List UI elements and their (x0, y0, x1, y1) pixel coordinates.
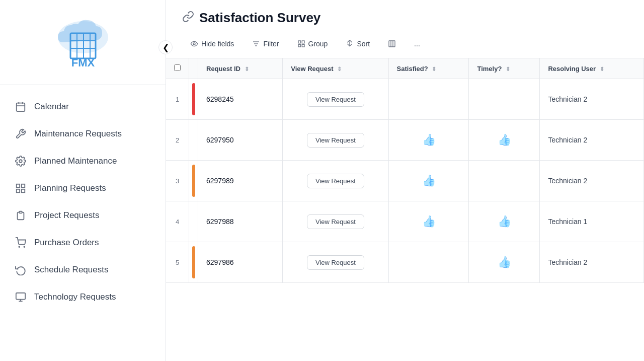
svg-point-23 (193, 43, 195, 45)
resolving-user-value: Technician 2 (548, 177, 587, 185)
satisfied-cell: 👍 (388, 201, 469, 242)
sidebar-item-purchase-orders[interactable]: Purchase Orders (0, 229, 166, 256)
satisfied-thumbs-up: 👍 (422, 215, 436, 228)
refresh-icon (14, 263, 27, 276)
row-checkbox-cell: 1 (166, 79, 189, 120)
sidebar-item-label: Planned Maintenance (34, 156, 117, 166)
row-checkbox-cell: 3 (166, 161, 189, 201)
page-title: Satisfaction Survey (199, 10, 320, 26)
color-bar-cell (189, 201, 198, 242)
hide-fields-button[interactable]: Hide fields (182, 36, 242, 52)
grid-icon (14, 182, 27, 195)
request-id-cell: 6298245 (198, 79, 283, 120)
resolving-user-cell: Technician 2 (540, 242, 644, 283)
svg-rect-28 (302, 41, 304, 43)
resolving-user-value: Technician 2 (548, 258, 587, 266)
timely-header[interactable]: Timely? ⇕ (469, 58, 540, 79)
wrench-icon (14, 127, 27, 140)
sidebar-item-planned-maintenance[interactable]: Planned Maintenance (0, 148, 166, 175)
resolving-user-cell: Technician 1 (540, 201, 644, 242)
table-row: 16298245View RequestTechnician 2 (166, 79, 644, 120)
resolving-user-value: Technician 2 (548, 95, 587, 103)
sidebar-item-label: Calendar (34, 102, 69, 112)
svg-rect-20 (16, 293, 25, 300)
logo-area: FMX (0, 0, 166, 85)
view-request-button[interactable]: View Request (307, 174, 364, 188)
view-request-cell: View Request (283, 79, 388, 120)
hide-fields-label: Hide fields (201, 40, 234, 48)
svg-point-19 (24, 246, 25, 247)
cart-icon (14, 236, 27, 249)
request-id-cell: 6297986 (198, 242, 283, 283)
sidebar: FMX ❮ Calendar Maintenance Requests Plan… (0, 0, 166, 361)
resolving-user-cell: Technician 2 (540, 120, 644, 161)
sidebar-item-planning-requests[interactable]: Planning Requests (0, 175, 166, 202)
svg-point-12 (19, 160, 22, 163)
svg-rect-29 (302, 44, 304, 47)
svg-rect-8 (17, 103, 25, 112)
view-request-cell: View Request (283, 161, 388, 201)
table-row: 46297988View Request👍👍Technician 1 (166, 201, 644, 242)
row-number: 5 (176, 259, 179, 266)
page-title-icon (182, 11, 194, 26)
timely-cell (469, 79, 540, 120)
satisfied-header[interactable]: Satisfied? ⇕ (388, 58, 469, 79)
timely-sort-icon: ⇕ (506, 66, 510, 73)
gear-icon (14, 155, 27, 168)
sidebar-collapse-button[interactable]: ❮ (158, 40, 173, 54)
columns-button[interactable] (380, 36, 404, 52)
request-id-cell: 6297950 (198, 120, 283, 161)
priority-color-bar (192, 246, 195, 278)
view-request-button[interactable]: View Request (307, 92, 364, 107)
priority-color-bar (192, 165, 195, 197)
sidebar-item-schedule-requests[interactable]: Schedule Requests (0, 256, 166, 283)
select-all-checkbox[interactable] (174, 64, 181, 71)
more-button[interactable]: ... (406, 36, 428, 52)
request-id-value: 6298245 (206, 95, 234, 103)
view-request-cell: View Request (283, 242, 388, 283)
row-checkbox-cell: 4 (166, 201, 189, 242)
resolving-user-cell: Technician 2 (540, 79, 644, 120)
satisfied-thumbs-up: 👍 (422, 174, 436, 187)
sidebar-item-label: Purchase Orders (34, 238, 99, 248)
request-id-header[interactable]: Request ID ⇕ (198, 58, 283, 79)
timely-thumbs-up: 👍 (498, 215, 511, 228)
color-bar-header (189, 58, 198, 79)
data-table: Request ID ⇕ View Request ⇕ Satisfied? ⇕… (166, 58, 644, 283)
svg-rect-17 (19, 211, 22, 213)
request-id-value: 6297950 (206, 136, 234, 144)
svg-rect-14 (22, 184, 25, 187)
svg-rect-27 (298, 41, 301, 43)
fmx-logo: FMX (43, 12, 123, 73)
page-header: Satisfaction Survey (166, 0, 644, 32)
sidebar-item-calendar[interactable]: Calendar (0, 93, 166, 120)
request-id-value: 6297986 (206, 258, 234, 266)
sidebar-item-label: Technology Requests (34, 292, 116, 302)
sort-button[interactable]: Sort (338, 36, 378, 52)
columns-icon (388, 40, 396, 48)
timely-cell (469, 161, 540, 201)
view-request-button[interactable]: View Request (307, 214, 364, 229)
row-checkbox-cell: 5 (166, 242, 189, 283)
data-table-container: Request ID ⇕ View Request ⇕ Satisfied? ⇕… (166, 58, 644, 361)
view-request-button[interactable]: View Request (307, 255, 364, 270)
satisfied-cell (388, 242, 469, 283)
sidebar-item-project-requests[interactable]: Project Requests (0, 202, 166, 229)
request-id-cell: 6297989 (198, 161, 283, 201)
sidebar-item-label: Schedule Requests (34, 265, 108, 275)
timely-thumbs-up: 👍 (498, 133, 511, 147)
color-bar-cell (189, 79, 198, 120)
group-button[interactable]: Group (289, 36, 336, 52)
sidebar-item-technology-requests[interactable]: Technology Requests (0, 283, 166, 311)
view-request-header[interactable]: View Request ⇕ (283, 58, 388, 79)
svg-rect-30 (298, 44, 301, 47)
group-icon (297, 40, 305, 48)
resolving-user-header[interactable]: Resolving User ⇕ (540, 58, 644, 79)
satisfied-cell: 👍 (388, 120, 469, 161)
sidebar-nav: Calendar Maintenance Requests Planned Ma… (0, 85, 166, 319)
filter-button[interactable]: Filter (244, 36, 287, 52)
color-bar-cell (189, 161, 198, 201)
color-bar-cell (189, 242, 198, 283)
view-request-button[interactable]: View Request (307, 133, 364, 148)
sidebar-item-maintenance-requests[interactable]: Maintenance Requests (0, 120, 166, 148)
